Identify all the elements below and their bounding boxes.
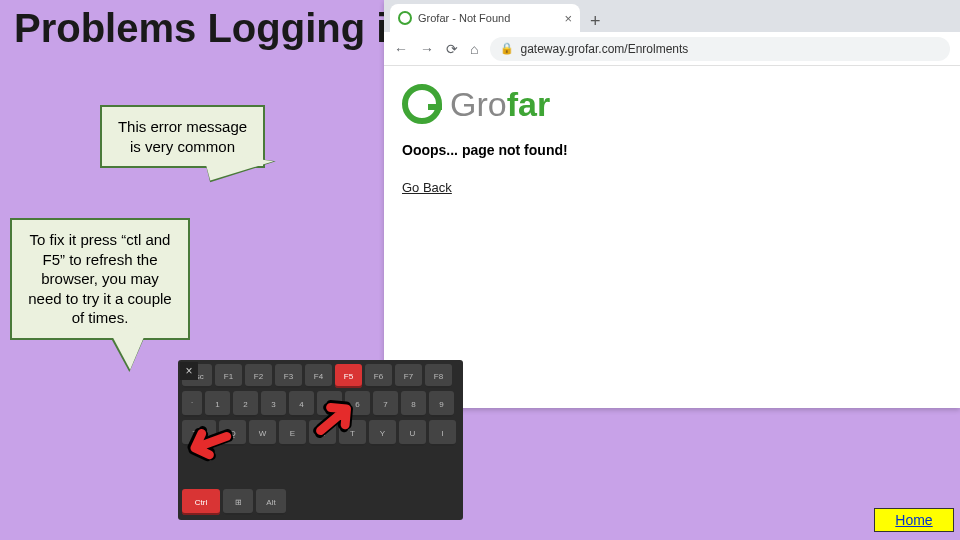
page-title: Problems Logging in	[14, 6, 412, 51]
key-alt: Alt	[256, 489, 286, 515]
key-ctrl: Ctrl	[182, 489, 220, 515]
tab-title: Grofar - Not Found	[418, 12, 558, 24]
lock-icon: 🔒	[500, 42, 514, 55]
key-u: U	[399, 420, 426, 446]
home-button[interactable]: Home	[874, 508, 954, 532]
key-e: E	[279, 420, 306, 446]
browser-window: Grofar - Not Found × + ← → ⟳ ⌂ 🔒 gateway…	[384, 0, 960, 408]
key-f3: F3	[275, 364, 302, 388]
grofar-wordmark: Grofar	[450, 85, 550, 124]
key-3: 3	[261, 391, 286, 417]
key-f5: F5	[335, 364, 362, 388]
key-f1: F1	[215, 364, 242, 388]
callout-fix-instructions: To fix it press “ctl and F5” to refresh …	[10, 218, 190, 340]
key-f6: F6	[365, 364, 392, 388]
key-2: 2	[233, 391, 258, 417]
forward-icon[interactable]: →	[420, 41, 434, 57]
grofar-favicon-icon	[398, 11, 412, 25]
address-bar[interactable]: 🔒 gateway.grofar.com/Enrolments	[490, 37, 950, 61]
browser-toolbar: ← → ⟳ ⌂ 🔒 gateway.grofar.com/Enrolments	[384, 32, 960, 66]
key-f7: F7	[395, 364, 422, 388]
go-back-link[interactable]: Go Back	[402, 180, 942, 195]
tab-strip: Grofar - Not Found × +	[384, 0, 960, 32]
key-⊞: ⊞	[223, 489, 253, 515]
key-9: 9	[429, 391, 454, 417]
error-heading: Ooops... page not found!	[402, 142, 942, 158]
grofar-g-icon	[402, 84, 442, 124]
close-icon[interactable]: ×	[180, 362, 198, 380]
key-f2: F2	[245, 364, 272, 388]
page-content: Grofar Ooops... page not found! Go Back	[384, 66, 960, 205]
keyboard-row: Ctrl⊞Alt	[182, 489, 459, 515]
back-icon[interactable]: ←	[394, 41, 408, 57]
arrow-f5-icon: ➜	[292, 376, 373, 460]
url-text: gateway.grofar.com/Enrolments	[520, 42, 688, 56]
grofar-logo: Grofar	[402, 84, 942, 124]
key-i: I	[429, 420, 456, 446]
new-tab-button[interactable]: +	[580, 11, 611, 32]
keyboard-illustration: × EscF1F2F3F4F5F6F7F8 `123456789 TabQWER…	[178, 360, 463, 520]
browser-tab[interactable]: Grofar - Not Found ×	[390, 4, 580, 32]
reload-icon[interactable]: ⟳	[446, 41, 458, 57]
key-w: W	[249, 420, 276, 446]
key-7: 7	[373, 391, 398, 417]
key-8: 8	[401, 391, 426, 417]
home-icon[interactable]: ⌂	[470, 41, 478, 57]
key-f8: F8	[425, 364, 452, 388]
key-y: Y	[369, 420, 396, 446]
close-tab-icon[interactable]: ×	[564, 11, 572, 26]
